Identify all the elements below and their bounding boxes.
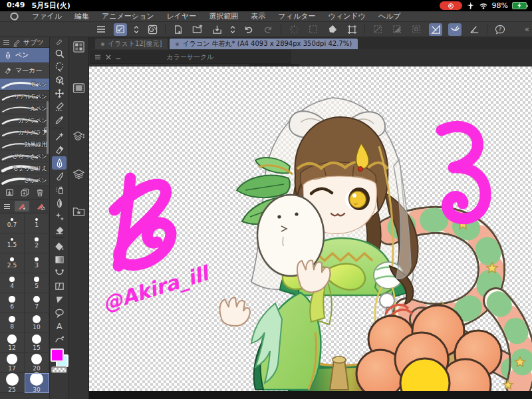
select-area-button[interactable] xyxy=(307,23,320,36)
screen-recording-icon[interactable] xyxy=(440,1,462,10)
layers-icon[interactable] xyxy=(71,166,87,182)
timeline-film-icon[interactable] xyxy=(71,80,87,96)
fill-bucket-tool[interactable] xyxy=(52,239,66,253)
wand-tool[interactable] xyxy=(52,130,66,143)
menu-filter[interactable]: フィルター xyxy=(278,11,315,21)
palette-menu-icon[interactable] xyxy=(94,23,108,36)
open-file-button[interactable] xyxy=(191,23,204,36)
text-tool[interactable]: A xyxy=(52,319,66,332)
airbrush-tool[interactable] xyxy=(52,183,66,196)
snap-special-ruler-button[interactable] xyxy=(467,23,481,36)
new-file-button[interactable] xyxy=(172,23,185,36)
brush-g-pen[interactable]: Gペン xyxy=(0,78,49,90)
size-cell[interactable]: 0.7 xyxy=(0,213,25,233)
tab-ushiwakamaru[interactable]: イラコン 牛若丸* (A4 4093 x 2894px 350dpi 42.7%… xyxy=(170,39,358,49)
size-cell[interactable]: 1 xyxy=(25,213,49,233)
brush-tool[interactable] xyxy=(52,170,66,183)
import-subtool-icon[interactable] xyxy=(5,188,14,197)
save-file-button[interactable] xyxy=(210,23,223,36)
selection-border-button[interactable] xyxy=(410,23,423,36)
menu-view[interactable]: 表示 xyxy=(251,11,265,21)
snap-ruler-button[interactable] xyxy=(429,23,442,36)
clip-studio-button[interactable] xyxy=(146,23,159,36)
transparent-color-chip[interactable] xyxy=(51,366,67,373)
deselect-button[interactable] xyxy=(371,23,384,36)
brush-kabura-pen[interactable]: カブラペン xyxy=(0,114,49,126)
brush-effect-line[interactable]: 効果線用 xyxy=(0,138,49,150)
line-fix-tool[interactable] xyxy=(52,332,66,346)
balloon-tool[interactable] xyxy=(52,306,66,319)
gradient-tool[interactable] xyxy=(52,253,66,266)
delete-subtool-icon[interactable] xyxy=(36,188,44,197)
size-cell[interactable]: 3 xyxy=(25,253,49,273)
fill-shape-button[interactable] xyxy=(326,23,339,36)
undo-button[interactable] xyxy=(242,23,255,36)
brush-zaka-pen[interactable]: ざかペン xyxy=(0,174,49,186)
menu-animation[interactable]: アニメーション xyxy=(102,11,154,21)
size-cell[interactable]: 12 xyxy=(0,333,25,353)
pen-tool[interactable] xyxy=(52,156,66,170)
color-circle-panel-header[interactable]: カラーサークル xyxy=(90,51,291,64)
size-cell[interactable]: 20 xyxy=(25,353,49,373)
size-cell[interactable]: 15 xyxy=(25,333,49,353)
subtool-palette-header[interactable]: サブツ xyxy=(0,37,49,48)
brush-calligraphy[interactable]: カリグラフ xyxy=(0,126,49,138)
foreground-color-chip[interactable] xyxy=(51,348,64,362)
size-tab-brush-alt[interactable] xyxy=(33,201,48,211)
help-button[interactable]: ? xyxy=(493,23,507,36)
collapse-toolbar-chevron[interactable]: « xyxy=(525,25,529,34)
menu-help[interactable]: ヘルプ xyxy=(378,11,401,21)
eraser-tool[interactable] xyxy=(52,223,66,236)
size-cell[interactable]: 4 xyxy=(0,273,25,293)
workspace-grid-icon[interactable] xyxy=(71,39,87,55)
menu-file[interactable]: ファイル xyxy=(32,11,62,21)
selection-pen-tool[interactable] xyxy=(52,100,66,113)
size-cell[interactable]: 2.5 xyxy=(0,253,25,273)
brush-list-scrollbar[interactable] xyxy=(47,101,49,154)
marker-tool[interactable] xyxy=(52,143,66,156)
brush-choppiri[interactable]: ちょっぴりえ xyxy=(0,162,49,174)
size-tab-brush[interactable] xyxy=(15,201,29,211)
layer-property-icon[interactable] xyxy=(71,128,87,144)
fude-tool[interactable] xyxy=(52,196,66,209)
brush-maru-pen[interactable]: 丸ペン xyxy=(0,102,49,114)
save-chevrons[interactable] xyxy=(229,23,236,36)
redo-button[interactable] xyxy=(261,23,275,36)
size-cell[interactable]: 10 xyxy=(25,313,49,333)
tab-illustration-12[interactable]: イラスト12[復元] xyxy=(95,39,168,49)
invert-selection-button[interactable] xyxy=(390,23,404,36)
size-cell[interactable]: 6 xyxy=(0,293,25,313)
menu-edit[interactable]: 編集 xyxy=(74,11,89,21)
polyline-tool[interactable] xyxy=(52,293,66,306)
duplicate-subtool-icon[interactable] xyxy=(21,188,29,197)
subtool-group-marker[interactable]: マーカー xyxy=(0,63,49,78)
brush-rough-pen[interactable]: ざらつきペン xyxy=(0,150,49,162)
frame-border-tool[interactable] xyxy=(52,279,66,293)
object-tool[interactable] xyxy=(52,73,66,86)
size-cell[interactable]: 25 xyxy=(0,373,25,393)
snap-curve-button[interactable] xyxy=(448,23,462,36)
menu-selection[interactable]: 選択範囲 xyxy=(209,11,238,21)
material-star-folder-icon[interactable] xyxy=(71,203,87,219)
size-cell[interactable]: 2 xyxy=(25,233,49,253)
menu-window[interactable]: ウィンドウ xyxy=(328,11,365,21)
drawing-canvas[interactable]: @Akira_ill xyxy=(89,66,532,391)
size-cell-selected[interactable]: 30 xyxy=(25,373,49,393)
size-cell[interactable]: 1.5 xyxy=(0,233,25,253)
edit-tool-button[interactable] xyxy=(114,23,127,36)
brush-size-palette-header[interactable] xyxy=(0,200,49,213)
transform-frame-button[interactable] xyxy=(345,23,358,36)
brush-real-g-pen[interactable]: リアルGペン xyxy=(0,90,49,102)
size-cell[interactable]: 5 xyxy=(25,273,49,293)
lasso-tool[interactable] xyxy=(52,60,66,73)
size-cell[interactable]: 7 xyxy=(25,293,49,313)
tool-switch-chevrons[interactable] xyxy=(133,23,140,36)
eyedropper-tool[interactable] xyxy=(52,113,66,126)
size-cell[interactable]: 8 xyxy=(0,313,25,333)
decoration-tool[interactable] xyxy=(52,209,66,223)
zoom-tool[interactable] xyxy=(52,47,66,60)
size-cell[interactable]: 17 xyxy=(0,353,25,373)
figure-tool[interactable] xyxy=(52,266,66,279)
move-tool[interactable] xyxy=(52,86,66,100)
menu-layer[interactable]: レイヤー xyxy=(167,11,197,21)
